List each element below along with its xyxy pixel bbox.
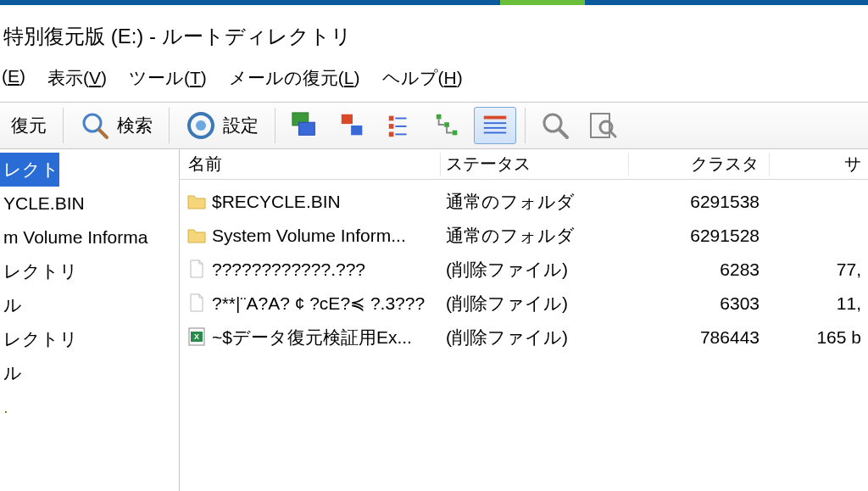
column-size[interactable]: サ [770,153,868,176]
file-cluster: 6303 [629,293,770,314]
tree-item[interactable]: レクトリ [0,153,59,187]
list-pane: 名前 ステータス クラスタ サ $RECYCLE.BIN通常のフォルダ62915… [180,149,868,491]
file-cluster: 6283 [629,259,770,280]
details-icon [480,110,510,141]
large-icons-icon [290,110,320,141]
column-status[interactable]: ステータス [441,153,629,176]
menubar: (E) 表示(V) ツール(T) メールの復元(L) ヘルプ(H) [0,66,868,102]
file-name: ????????????.??? [212,259,365,280]
svg-rect-14 [437,114,442,120]
svg-rect-16 [453,131,458,136]
list-item[interactable]: ?**|¨A?A? ¢ ?cE?≼ ?.3???(削除ファイル)630311, [180,287,868,321]
file-icon [186,293,205,315]
tree-item[interactable]: m Volume Informa [0,220,179,254]
small-icons-icon [337,110,368,141]
menu-mail-restore[interactable]: メールの復元(L) [229,66,360,90]
list-icon [385,110,415,141]
window-title: 特別復元版 (E:) - ルートディレクトリ [0,14,868,66]
file-cluster: 6291528 [629,226,770,246]
file-status: 通常のフォルダ [441,190,629,214]
svg-rect-15 [444,123,449,128]
view-details-button[interactable] [474,107,516,144]
settings-button[interactable]: 設定 [178,107,266,144]
gear-icon [186,110,216,141]
svg-rect-20 [484,132,506,134]
svg-line-25 [610,131,615,137]
file-cluster: 786443 [629,327,770,348]
find-detail-button[interactable] [581,107,624,144]
svg-rect-19 [484,127,506,129]
file-name: ?**|¨A?A? ¢ ?cE?≼ ?.3??? [212,293,425,314]
list-body: $RECYCLE.BIN通常のフォルダ6291538System Volume … [180,180,868,354]
menu-tools[interactable]: ツール(T) [129,66,207,90]
svg-rect-5 [298,123,314,136]
file-icon [186,225,205,247]
file-icon [186,259,205,281]
svg-rect-9 [395,118,406,120]
file-size: 165 b [770,327,868,348]
svg-text:X: X [194,332,199,341]
file-status: (削除ファイル) [441,258,629,282]
list-item[interactable]: System Volume Inform...通常のフォルダ6291528 [180,219,868,253]
content-area: レクトリ YCLE.BIN m Volume Informa レクトリ ル レク… [0,149,868,491]
column-cluster[interactable]: クラスタ [629,153,770,176]
preview-button[interactable] [534,107,576,144]
file-icon [186,191,205,213]
search-button[interactable]: 検索 [72,107,160,144]
svg-line-22 [559,130,567,137]
restore-label: 復元 [11,114,47,137]
file-size: 77, [770,259,868,280]
svg-rect-12 [389,132,394,137]
tree-icon [432,110,463,141]
separator [525,108,526,143]
view-large-icons-button[interactable] [284,107,326,144]
file-size: 11, [770,293,868,314]
titlebar-strip [0,0,868,14]
view-small-icons-button[interactable] [331,107,374,144]
svg-rect-18 [484,123,506,125]
tree-item[interactable]: レクトリ [0,322,179,356]
file-status: (削除ファイル) [441,326,629,349]
svg-point-3 [196,120,206,131]
file-name: System Volume Inform... [212,226,406,246]
file-name: ~$データ復元検証用Ex... [212,326,412,349]
svg-rect-6 [342,114,353,124]
file-status: 通常のフォルダ [441,224,629,248]
magnifier-icon [540,110,570,141]
separator [169,108,170,143]
svg-rect-10 [389,125,394,130]
svg-rect-11 [395,126,406,127]
title-text: 特別復元版 (E:) - ルートディレクトリ [3,25,352,47]
view-list-button[interactable] [379,107,421,144]
tree-item[interactable]: レクトリ [0,254,179,288]
view-tree-button[interactable] [426,107,469,144]
settings-label: 設定 [223,114,259,137]
tree-item[interactable]: YCLE.BIN [0,187,179,220]
list-item[interactable]: X~$データ復元検証用Ex...(削除ファイル)786443165 b [180,321,868,354]
list-header: 名前 ステータス クラスタ サ [180,149,868,180]
tree-item[interactable]: ル [0,356,179,390]
menu-edit[interactable]: (E) [2,66,25,90]
tree-pane[interactable]: レクトリ YCLE.BIN m Volume Informa レクトリ ル レク… [0,149,180,491]
svg-rect-13 [395,134,406,136]
file-status: (削除ファイル) [441,292,629,315]
file-icon: X [186,326,205,349]
toolbar: 復元 検索 設定 [0,102,868,149]
file-cluster: 6291538 [629,192,770,212]
search-label: 検索 [117,114,153,137]
search-icon [80,110,110,141]
svg-rect-7 [351,126,362,135]
tree-item[interactable]: . [0,390,179,424]
list-item[interactable]: $RECYCLE.BIN通常のフォルダ6291538 [180,185,868,219]
restore-button[interactable]: 復元 [3,107,54,144]
separator [275,108,275,143]
svg-rect-17 [484,116,506,120]
menu-view[interactable]: 表示(V) [47,66,107,90]
file-name: $RECYCLE.BIN [212,192,341,212]
svg-rect-8 [389,116,394,121]
magnifier-doc-icon [587,110,618,141]
list-item[interactable]: ????????????.???(削除ファイル)628377, [180,253,868,287]
tree-item[interactable]: ル [0,288,179,322]
column-name[interactable]: 名前 [180,153,441,176]
menu-help[interactable]: ヘルプ(H) [382,66,463,90]
